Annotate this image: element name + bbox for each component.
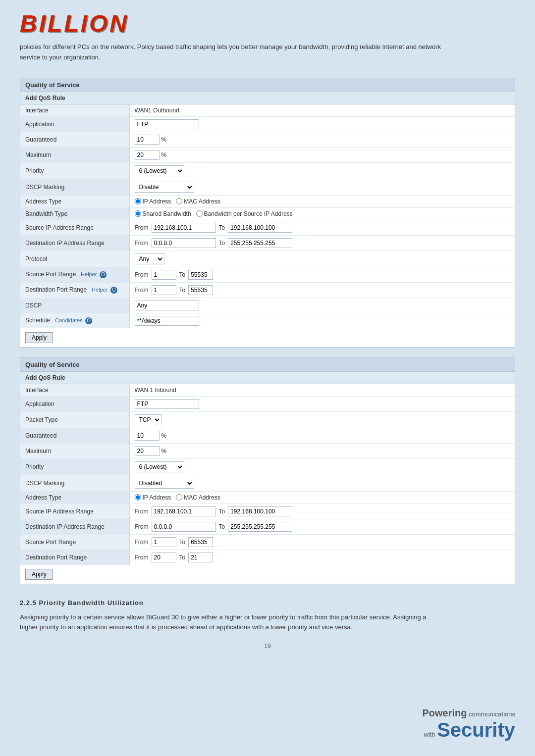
dest-port-from-input[interactable] bbox=[152, 285, 176, 295]
address-mac-radio-label[interactable]: MAC Address bbox=[176, 198, 220, 205]
footer-communications-text: communications bbox=[469, 710, 515, 718]
dest-port-to-input[interactable] bbox=[188, 285, 213, 295]
s2-source-ip-label: Source IP Address Range bbox=[20, 504, 129, 519]
bandwidth-shared-radio[interactable] bbox=[135, 210, 141, 217]
s2-dest-port-to-input[interactable] bbox=[188, 553, 213, 562]
dscp-field-input[interactable] bbox=[135, 301, 199, 310]
table-row: Application bbox=[20, 116, 515, 132]
s2-dscp-marking-select[interactable]: Disabled bbox=[135, 478, 194, 489]
bandwidth-shared-text: Shared Bandwidth bbox=[143, 210, 191, 217]
bandwidth-shared-label[interactable]: Shared Bandwidth bbox=[135, 210, 191, 217]
s2-application-input[interactable] bbox=[135, 399, 199, 409]
s2-address-mac-text: MAC Address bbox=[184, 494, 220, 501]
qos-title-2: Quality of Service bbox=[20, 358, 515, 372]
qos-title-1: Quality of Service bbox=[20, 78, 515, 92]
s2-packet-type-label: Packet Type bbox=[20, 411, 129, 428]
protocol-select[interactable]: Any bbox=[135, 253, 164, 264]
address-ip-radio[interactable] bbox=[135, 198, 141, 204]
bandwidth-per-source-label[interactable]: Bandwidth per Source IP Address bbox=[196, 210, 293, 217]
table-row: Source IP Address Range From To bbox=[20, 220, 515, 235]
dest-port-cell: From To bbox=[129, 282, 515, 298]
table-row: Interface WAN1 Outbound bbox=[20, 104, 515, 117]
s2-source-port-from-input[interactable] bbox=[152, 537, 176, 547]
address-mac-radio[interactable] bbox=[176, 198, 182, 204]
dscp-marking-cell: Disable bbox=[129, 179, 515, 195]
table-row: DSCP bbox=[20, 298, 515, 313]
qos-section-2: Quality of Service Add QoS Rule Interfac… bbox=[20, 357, 515, 584]
address-ip-radio-label[interactable]: IP Address bbox=[135, 198, 171, 205]
dest-ip-to-input[interactable] bbox=[228, 238, 292, 248]
source-port-from-input[interactable] bbox=[152, 270, 176, 280]
s2-source-ip-from-input[interactable] bbox=[152, 506, 216, 516]
application-input[interactable] bbox=[135, 119, 199, 129]
dest-port-helper-link[interactable]: Helper bbox=[92, 287, 107, 293]
s2-source-ip-cell: From To bbox=[129, 504, 515, 519]
schedule-candidates-link[interactable]: Candidates bbox=[55, 317, 83, 323]
priority-select[interactable]: 6 (Lowest) bbox=[135, 165, 184, 176]
guaranteed-cell: % bbox=[129, 132, 515, 147]
table-row: Address Type IP Address MAC Address bbox=[20, 491, 515, 504]
interface-label: Interface bbox=[20, 104, 129, 117]
s2-dest-port-from-input[interactable] bbox=[152, 553, 176, 562]
table-row: Guaranteed % bbox=[20, 428, 515, 443]
guaranteed-unit: % bbox=[161, 136, 167, 143]
source-port-to-label: To bbox=[179, 271, 186, 278]
s2-source-ip-to-label: To bbox=[219, 508, 225, 515]
footer-powering: Powering communications bbox=[422, 707, 515, 719]
maximum-input[interactable] bbox=[135, 150, 160, 160]
apply-button-1[interactable]: Apply bbox=[25, 332, 53, 343]
dest-ip-from-input[interactable] bbox=[152, 238, 216, 248]
s2-source-port-to-input[interactable] bbox=[188, 537, 213, 547]
table-row: Source Port Range Helper O From To bbox=[20, 267, 515, 282]
s2-dest-ip-to-label: To bbox=[219, 523, 225, 530]
s2-guaranteed-input[interactable] bbox=[135, 431, 160, 441]
s2-dest-ip-to-input[interactable] bbox=[228, 522, 292, 532]
intro-text: policies for different PCs on the networ… bbox=[20, 42, 446, 63]
qos-section-1: Quality of Service Add QoS Rule Interfac… bbox=[20, 78, 515, 348]
source-ip-label: Source IP Address Range bbox=[20, 220, 129, 235]
dest-port-to-label: To bbox=[179, 287, 186, 294]
company-logo: BILLION bbox=[20, 10, 515, 37]
source-port-cell: From To bbox=[129, 267, 515, 282]
schedule-candidates-icon[interactable]: O bbox=[85, 317, 92, 324]
apply-button-2[interactable]: Apply bbox=[25, 569, 53, 580]
source-port-helper-link[interactable]: Helper bbox=[81, 271, 97, 277]
table-row: Address Type IP Address MAC Address bbox=[20, 195, 515, 207]
s2-priority-select[interactable]: 6 (Lowest) bbox=[135, 461, 184, 472]
s2-dest-ip-from-input[interactable] bbox=[152, 522, 216, 532]
s2-source-ip-to-input[interactable] bbox=[228, 506, 292, 516]
page-number: 19 bbox=[20, 643, 515, 650]
dest-ip-from-label: From bbox=[135, 240, 149, 247]
table-row: Destination Port Range Helper O From To bbox=[20, 282, 515, 298]
dest-port-helper-icon[interactable]: O bbox=[110, 287, 117, 294]
s2-dscp-marking-cell: Disabled bbox=[129, 475, 515, 491]
s2-priority-cell: 6 (Lowest) bbox=[129, 458, 515, 475]
s2-maximum-unit: % bbox=[161, 448, 167, 454]
bandwidth-per-source-radio[interactable] bbox=[196, 210, 203, 217]
footer-security-text: Security bbox=[437, 719, 515, 741]
dest-port-from-label: From bbox=[135, 287, 149, 294]
source-ip-to-input[interactable] bbox=[228, 223, 292, 233]
dscp-marking-select[interactable]: Disable bbox=[135, 182, 194, 193]
schedule-label: Schedule Candidates O bbox=[20, 313, 129, 328]
s2-guaranteed-cell: % bbox=[129, 428, 515, 443]
source-port-helper-icon[interactable]: O bbox=[100, 271, 107, 278]
body-text: Assigning priority to a certain service … bbox=[20, 612, 446, 633]
table-row: Source IP Address Range From To bbox=[20, 504, 515, 519]
s2-maximum-input[interactable] bbox=[135, 446, 160, 456]
s2-packet-type-select[interactable]: TCP bbox=[135, 414, 161, 425]
source-ip-from-input[interactable] bbox=[152, 223, 216, 233]
table-row: Guaranteed % bbox=[20, 132, 515, 147]
dest-ip-label: Destination IP Address Range bbox=[20, 235, 129, 251]
table-row: Bandwidth Type Shared Bandwidth Bandwidt… bbox=[20, 207, 515, 220]
guaranteed-input[interactable] bbox=[135, 135, 160, 145]
s2-address-mac-radio[interactable] bbox=[176, 494, 182, 501]
schedule-input[interactable] bbox=[135, 316, 199, 326]
table-row: Interface WAN 1 Inbound bbox=[20, 384, 515, 397]
section-heading: 2.2.5 Priority Bandwidth Utilization bbox=[20, 599, 515, 606]
s2-address-ip-radio-label[interactable]: IP Address bbox=[135, 494, 171, 501]
s2-address-mac-radio-label[interactable]: MAC Address bbox=[176, 494, 220, 501]
source-port-to-input[interactable] bbox=[188, 270, 213, 280]
s2-address-ip-radio[interactable] bbox=[135, 494, 141, 501]
apply-button-wrapper-1: Apply bbox=[20, 328, 515, 347]
